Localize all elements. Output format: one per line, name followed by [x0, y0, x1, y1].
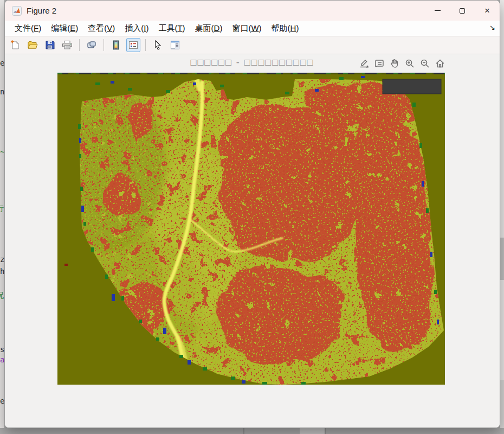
label-overlay-map: [57, 73, 445, 385]
copy-figure-button[interactable]: [85, 38, 99, 52]
datatip-icon: [374, 58, 385, 69]
divider: [243, 428, 244, 434]
export-button[interactable]: [358, 58, 370, 69]
figure-window: Figure 2 × 文件(F) 编辑(E) 查看(V) 插入(I) 工具(T)…: [4, 0, 500, 428]
scrollbar-segment: [500, 380, 504, 428]
menu-desktop[interactable]: 桌面(D): [190, 22, 228, 35]
top-edge-band: [57, 73, 445, 74]
figure-canvas: □□□□□□ - □□□□□□□□□□: [5, 54, 500, 427]
classified-orthomosaic-image[interactable]: [57, 73, 445, 385]
pan-button[interactable]: [389, 58, 400, 69]
new-figure-button[interactable]: [8, 38, 22, 52]
menu-insert[interactable]: 插入(I): [120, 22, 153, 35]
zoom-in-icon: [404, 58, 415, 69]
save-figure-button[interactable]: [43, 38, 57, 52]
bg-char: 况: [0, 291, 4, 301]
open-file-button[interactable]: [25, 38, 40, 52]
menu-view[interactable]: 查看(V): [83, 22, 120, 35]
minimize-button[interactable]: [425, 1, 450, 21]
new-figure-icon: [10, 40, 21, 50]
axes-toolbar: [358, 58, 445, 69]
print-figure-button[interactable]: [60, 38, 74, 52]
menubar: 文件(F) 编辑(E) 查看(V) 插入(I) 工具(T) 桌面(D) 窗口(W…: [5, 21, 500, 36]
divider: [325, 428, 326, 434]
close-button[interactable]: ×: [475, 1, 500, 21]
background-editor-sliver: e n ~ 行 z h 况 s a e: [0, 0, 4, 434]
property-inspector-icon: [170, 40, 180, 50]
close-icon: ×: [484, 5, 490, 16]
maximize-icon: [460, 8, 465, 14]
titlebar[interactable]: Figure 2 ×: [5, 1, 500, 21]
window-title: Figure 2: [27, 6, 56, 15]
pan-hand-icon: [389, 58, 400, 69]
background-scrollbar-sliver: [500, 0, 504, 434]
legend-icon: [128, 40, 139, 50]
bg-char: 行: [0, 204, 4, 214]
dock-figure-icon[interactable]: ↘: [489, 23, 495, 31]
divider-segment: [300, 428, 325, 434]
scrollbar-thumb[interactable]: [500, 238, 504, 280]
save-icon: [44, 40, 55, 50]
printer-icon: [62, 40, 73, 50]
restore-view-button[interactable]: [434, 58, 445, 69]
toolbar-separator: [104, 39, 104, 51]
matlab-icon: [12, 6, 22, 16]
menu-help[interactable]: 帮助(H): [267, 22, 304, 35]
property-inspector-button[interactable]: [168, 38, 182, 52]
edit-plot-button[interactable]: [151, 38, 165, 52]
background-bottom-strip: [0, 428, 504, 434]
menu-window[interactable]: 窗口(W): [227, 22, 266, 35]
export-icon: [359, 58, 370, 69]
colorbar-icon: [111, 40, 121, 50]
insert-colorbar-button[interactable]: [109, 38, 123, 52]
menu-tools[interactable]: 工具(T): [153, 22, 190, 35]
zoom-out-icon: [419, 58, 430, 69]
cursor-arrow-icon: [152, 40, 163, 50]
toolbar-separator: [79, 39, 80, 51]
home-icon: [435, 58, 445, 69]
minimize-icon: [435, 10, 441, 11]
insert-legend-button[interactable]: [126, 38, 140, 52]
toolbar-separator: [145, 39, 146, 51]
zoom-out-button[interactable]: [419, 58, 430, 69]
open-folder-icon: [27, 40, 38, 50]
menu-edit[interactable]: 编辑(E): [46, 22, 83, 35]
copy-figure-icon: [86, 40, 97, 50]
zoom-in-button[interactable]: [404, 58, 415, 69]
maximize-button[interactable]: [450, 1, 475, 21]
menu-file[interactable]: 文件(F): [10, 22, 46, 35]
figure-toolbar: [5, 36, 500, 54]
legend-box[interactable]: [383, 79, 441, 94]
datatip-button[interactable]: [373, 58, 385, 69]
